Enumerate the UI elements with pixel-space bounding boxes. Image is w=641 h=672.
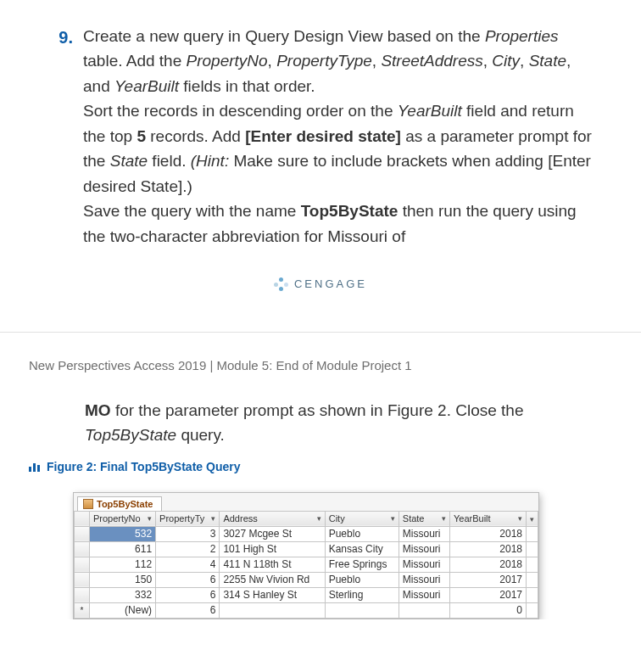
cell-yearbuilt[interactable]: 2017 bbox=[450, 572, 527, 587]
query-icon bbox=[83, 499, 93, 509]
instruction-section: 9. Create a new query in Query Design Vi… bbox=[0, 0, 641, 308]
col-label: Address bbox=[223, 513, 257, 524]
cell-propertytype[interactable]: 6 bbox=[156, 587, 220, 602]
continuation-section: New Perspectives Access 2019 | Module 5:… bbox=[0, 333, 641, 619]
cell-yearbuilt[interactable]: 2018 bbox=[450, 557, 527, 572]
cell-city[interactable]: Sterling bbox=[325, 587, 399, 602]
cell-yearbuilt[interactable]: 2018 bbox=[450, 526, 527, 541]
t: field. bbox=[148, 152, 191, 170]
tab-label: Top5ByState bbox=[97, 499, 153, 509]
cell-propertytype[interactable]: 4 bbox=[156, 557, 220, 572]
cell-extra bbox=[527, 602, 538, 618]
field: State bbox=[529, 52, 566, 70]
row-selector[interactable]: * bbox=[75, 602, 90, 618]
top-n: 5 bbox=[137, 127, 146, 145]
cell-city[interactable]: Pueblo bbox=[325, 526, 399, 541]
table-row[interactable]: 3326314 S Hanley StSterlingMissouri2017 bbox=[75, 587, 538, 602]
field: PropertyNo bbox=[187, 52, 268, 70]
cell-address[interactable]: 411 N 118th St bbox=[220, 557, 325, 572]
table-row[interactable]: 1124411 N 118th StFree SpringsMissouri20… bbox=[75, 557, 538, 572]
figure-label: Figure 2: Final Top5ByState Query bbox=[29, 460, 612, 473]
row-selector[interactable] bbox=[75, 557, 90, 572]
chevron-down-icon: ▾ bbox=[211, 514, 215, 523]
cell-propertyno[interactable]: 332 bbox=[90, 587, 156, 602]
cell-propertyno[interactable]: 112 bbox=[90, 557, 156, 572]
cell-city[interactable]: Pueblo bbox=[325, 572, 399, 587]
cengage-icon bbox=[274, 277, 287, 291]
cell-extra bbox=[527, 557, 538, 572]
cell-yearbuilt[interactable]: 2018 bbox=[450, 541, 527, 557]
brand-text: CENGAGE bbox=[294, 277, 367, 290]
cell-propertyno[interactable]: 150 bbox=[90, 572, 156, 587]
col-header-extra[interactable]: ▾ bbox=[527, 511, 538, 526]
cell-extra bbox=[527, 541, 538, 557]
field: State bbox=[110, 152, 148, 170]
cell-propertytype[interactable]: 2 bbox=[156, 541, 220, 557]
chevron-down-icon: ▾ bbox=[518, 514, 522, 523]
cell-address[interactable]: 101 High St bbox=[220, 541, 325, 557]
brand-logo: CENGAGE bbox=[47, 277, 594, 291]
cell-state[interactable]: Missouri bbox=[399, 572, 449, 587]
cell-state[interactable]: Missouri bbox=[399, 587, 449, 602]
cell-propertyno[interactable]: 611 bbox=[90, 541, 156, 557]
cell-address[interactable]: 2255 Nw Vivion Rd bbox=[220, 572, 325, 587]
table-name: Properties bbox=[485, 27, 559, 45]
datasheet-grid: PropertyNo▾ PropertyTy▾ Address▾ City▾ S… bbox=[74, 511, 538, 619]
select-all-cell[interactable] bbox=[75, 511, 90, 526]
cell-state[interactable] bbox=[399, 602, 449, 618]
cell-address[interactable] bbox=[220, 602, 325, 618]
col-header-yearbuilt[interactable]: YearBuilt▾ bbox=[450, 511, 527, 526]
cell-propertyno[interactable]: (New) bbox=[90, 602, 156, 618]
cell-propertytype[interactable]: 6 bbox=[156, 602, 220, 618]
col-header-state[interactable]: State▾ bbox=[399, 511, 449, 526]
table-row[interactable]: 15062255 Nw Vivion RdPuebloMissouri2017 bbox=[75, 572, 538, 587]
row-selector[interactable] bbox=[75, 572, 90, 587]
step-9: 9. Create a new query in Query Design Vi… bbox=[47, 24, 594, 249]
cell-state[interactable]: Missouri bbox=[399, 526, 449, 541]
parameter-prompt: [Enter desired state] bbox=[245, 127, 401, 145]
cell-state[interactable]: Missouri bbox=[399, 541, 449, 557]
continuation-body: MO for the parameter prompt as shown in … bbox=[29, 398, 612, 448]
cell-address[interactable]: 3027 Mcgee St bbox=[220, 526, 325, 541]
cell-yearbuilt[interactable]: 2017 bbox=[450, 587, 527, 602]
col-header-propertytype[interactable]: PropertyTy▾ bbox=[156, 511, 220, 526]
cell-extra bbox=[527, 526, 538, 541]
col-header-propertyno[interactable]: PropertyNo▾ bbox=[90, 511, 156, 526]
field: YearBuilt bbox=[398, 102, 462, 120]
field: City bbox=[492, 52, 520, 70]
col-label: PropertyNo bbox=[93, 513, 141, 524]
field: PropertyType bbox=[276, 52, 372, 70]
col-header-city[interactable]: City▾ bbox=[325, 511, 399, 526]
t: fields in that order. bbox=[179, 77, 315, 95]
table-row[interactable]: 53233027 Mcgee StPuebloMissouri2018 bbox=[75, 526, 538, 541]
chart-icon bbox=[29, 462, 40, 472]
t: Save the query with the name bbox=[83, 202, 301, 220]
cell-yearbuilt[interactable]: 0 bbox=[450, 602, 527, 618]
row-selector[interactable] bbox=[75, 541, 90, 557]
table-row[interactable]: 6112101 High StKansas CityMissouri2018 bbox=[75, 541, 538, 557]
step-number: 9. bbox=[47, 24, 73, 249]
row-selector[interactable] bbox=[75, 526, 90, 541]
chevron-down-icon: ▾ bbox=[442, 514, 446, 523]
cell-address[interactable]: 314 S Hanley St bbox=[220, 587, 325, 602]
t: for the parameter prompt as shown in Fig… bbox=[111, 401, 524, 419]
col-label: City bbox=[329, 513, 345, 524]
cell-propertytype[interactable]: 6 bbox=[156, 572, 220, 587]
t: records. Add bbox=[146, 127, 245, 145]
row-selector[interactable] bbox=[75, 587, 90, 602]
cell-city[interactable]: Kansas City bbox=[325, 541, 399, 557]
col-header-address[interactable]: Address▾ bbox=[220, 511, 325, 526]
chevron-down-icon: ▾ bbox=[148, 514, 152, 523]
cell-state[interactable]: Missouri bbox=[399, 557, 449, 572]
cell-city[interactable] bbox=[325, 602, 399, 618]
cell-propertytype[interactable]: 3 bbox=[156, 526, 220, 541]
cell-city[interactable]: Free Springs bbox=[325, 557, 399, 572]
chevron-down-icon: ▾ bbox=[317, 514, 321, 523]
chevron-down-icon: ▾ bbox=[391, 514, 395, 523]
datasheet-tab[interactable]: Top5ByState bbox=[77, 496, 162, 511]
field: StreetAddress bbox=[381, 52, 482, 70]
step-body: Create a new query in Query Design View … bbox=[83, 24, 594, 249]
cell-propertyno[interactable]: 532 bbox=[90, 526, 156, 541]
table-row[interactable]: *(New)60 bbox=[75, 602, 538, 618]
t: Sort the records in descending order on … bbox=[83, 102, 398, 120]
